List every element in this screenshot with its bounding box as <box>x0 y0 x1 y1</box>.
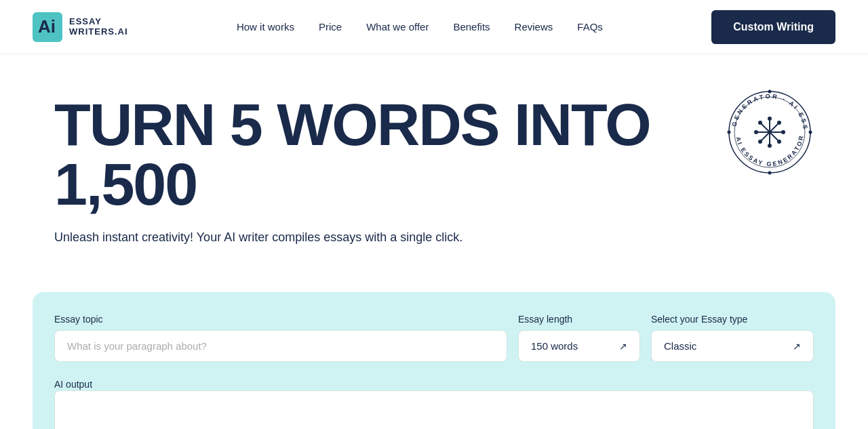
svg-point-7 <box>728 131 731 134</box>
svg-point-12 <box>768 117 772 121</box>
nav-what-we-offer[interactable]: What we offer <box>366 21 429 33</box>
svg-point-17 <box>777 121 781 125</box>
nav-price[interactable]: Price <box>319 21 342 33</box>
essay-length-select[interactable]: 150 words ↗ <box>518 330 640 362</box>
essay-topic-input[interactable] <box>54 330 507 362</box>
custom-writing-button[interactable]: Custom Writing <box>711 10 835 44</box>
badge-svg: GENERATOR · AI ESSAY AI ESSAY GENERATOR … <box>726 88 814 176</box>
logo-text: ESSAY WRITERS.AI <box>69 17 128 37</box>
hero-headline: TURN 5 WORDS INTO 1,500 <box>54 95 665 214</box>
essay-length-group: Essay length 150 words ↗ <box>518 314 640 362</box>
svg-point-4 <box>768 90 772 94</box>
output-area: AI output Your Generated Essay will be H… <box>54 378 814 429</box>
hero-subheadline: Unleash instant creativity! Your AI writ… <box>54 230 475 245</box>
badge-stamp: GENERATOR · AI ESSAY AI ESSAY GENERATOR … <box>726 88 814 176</box>
essay-type-value: Classic <box>664 340 696 352</box>
essay-type-group: Select your Essay type Classic ↗ <box>651 314 814 362</box>
chevron-right-icon-type: ↗ <box>793 341 801 352</box>
svg-point-16 <box>758 121 762 125</box>
main-nav: How it works Price What we offer Benefit… <box>237 21 603 33</box>
essay-length-value: 150 words <box>531 340 578 352</box>
essay-topic-label: Essay topic <box>54 314 507 325</box>
svg-point-15 <box>781 130 785 134</box>
hero-section: TURN 5 WORDS INTO 1,500 Unleash instant … <box>0 54 868 272</box>
form-section: Essay topic Essay length 150 words ↗ Sel… <box>33 292 835 429</box>
chevron-right-icon: ↗ <box>619 341 627 352</box>
nav-faqs[interactable]: FAQs <box>577 21 603 33</box>
output-label: AI output <box>54 379 92 390</box>
essay-type-select[interactable]: Classic ↗ <box>651 330 814 362</box>
essay-type-label: Select your Essay type <box>651 314 814 325</box>
essay-topic-group: Essay topic <box>54 314 507 362</box>
svg-point-13 <box>768 144 772 148</box>
svg-text:GENERATOR · AI ESSAY: GENERATOR · AI ESSAY <box>726 88 809 131</box>
svg-point-19 <box>777 140 781 144</box>
nav-how-it-works[interactable]: How it works <box>237 21 294 33</box>
site-header: Ai ESSAY WRITERS.AI How it works Price W… <box>0 0 868 54</box>
logo[interactable]: Ai ESSAY WRITERS.AI <box>33 12 128 42</box>
essay-length-label: Essay length <box>518 314 640 325</box>
svg-text:Ai: Ai <box>38 16 56 37</box>
nav-benefits[interactable]: Benefits <box>453 21 490 33</box>
form-row: Essay topic Essay length 150 words ↗ Sel… <box>54 314 814 362</box>
nav-reviews[interactable]: Reviews <box>515 21 553 33</box>
svg-point-6 <box>768 171 772 175</box>
svg-point-14 <box>754 130 758 134</box>
output-box: Your Generated Essay will be Here <box>54 390 814 429</box>
logo-icon: Ai <box>33 12 62 42</box>
svg-point-5 <box>809 131 812 134</box>
svg-point-18 <box>758 140 762 144</box>
